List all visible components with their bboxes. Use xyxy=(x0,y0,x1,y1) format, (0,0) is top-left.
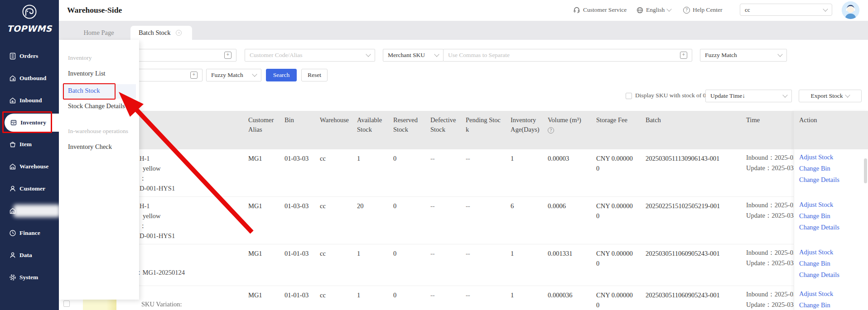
commas-input[interactable]: + xyxy=(443,49,692,62)
change-bin-link[interactable]: Change Bin xyxy=(799,165,830,172)
cell-defective: -- xyxy=(430,153,435,163)
cell-bin: 01-03-03 xyxy=(285,201,309,211)
account-select[interactable]: cc xyxy=(740,4,832,16)
sidebar-item-orders[interactable]: Orders xyxy=(0,49,59,63)
user-avatar[interactable] xyxy=(842,1,859,19)
elephant-logo-icon xyxy=(20,4,39,21)
cell-warehouse: cc xyxy=(320,153,326,163)
adjust-stock-link[interactable]: Adjust Stock xyxy=(799,201,833,209)
tab-batch-stock[interactable]: Batch Stock × xyxy=(130,26,192,40)
fuzzy-match-value-2: Fuzzy Match xyxy=(211,72,243,79)
headset-icon xyxy=(573,6,580,14)
close-icon[interactable]: × xyxy=(176,30,182,36)
cell-volume: 0.0006 xyxy=(548,201,566,211)
col-reserved: Reserved Stock xyxy=(393,115,422,134)
cell-batch: 2025030511060905243-001 xyxy=(646,248,720,258)
outbound-icon xyxy=(9,75,16,82)
info-icon[interactable]: ? xyxy=(548,127,554,134)
sidebar-item-item[interactable]: Item xyxy=(0,138,59,151)
language-switcher[interactable]: English xyxy=(637,6,671,14)
sidebar-item-finance[interactable]: Finance xyxy=(0,226,59,240)
cell-volume: 0.00003 xyxy=(548,153,569,163)
cell-time-update: Update：2025-03- xyxy=(746,163,796,173)
scrollbar-thumb[interactable] xyxy=(864,158,867,183)
chevron-down-icon xyxy=(667,6,672,11)
customer-service-link[interactable]: Customer Service xyxy=(573,6,627,14)
menu-item-inventory-check[interactable]: Inventory Check xyxy=(68,143,112,151)
sidebar-item-warehouse[interactable]: Warehouse xyxy=(0,160,59,173)
cell-pending: -- xyxy=(466,201,470,211)
col-pending: Pending Stock xyxy=(466,115,504,134)
change-details-link[interactable]: Change Details xyxy=(799,271,839,279)
reset-button[interactable]: Reset xyxy=(301,69,328,81)
col-bin: Bin xyxy=(285,115,303,125)
export-stock-button[interactable]: Export Stock xyxy=(799,90,862,102)
chevron-down-icon xyxy=(845,92,850,97)
row-checkbox[interactable] xyxy=(63,300,70,307)
sort-select[interactable]: Update Time↓ xyxy=(705,90,792,102)
add-more-icon[interactable]: + xyxy=(680,52,687,59)
cell-age: 1 xyxy=(511,290,514,300)
batch-filter-input[interactable]: + xyxy=(136,69,203,81)
sidebar: TOPWMS Orders Outbound Inbound Inventory… xyxy=(0,0,59,310)
col-customer-alias: Customer Alias xyxy=(248,115,277,134)
merchant-sku-select[interactable]: Merchant SKU xyxy=(383,49,444,62)
sku-filter-input[interactable]: + xyxy=(136,49,236,62)
menu-item-stock-change-details[interactable]: Stock Change Details xyxy=(68,102,125,110)
sidebar-item-inbound[interactable]: Inbound xyxy=(0,94,59,107)
row3-product-fragment: ：MG1-20250124 xyxy=(136,267,185,277)
cell-defective: -- xyxy=(430,248,435,258)
sidebar-item-system[interactable]: System xyxy=(0,271,59,284)
search-button[interactable]: Search xyxy=(266,69,297,81)
cell-batch: 2025030511060905243-001 xyxy=(646,290,720,300)
add-more-icon[interactable]: + xyxy=(190,72,198,79)
tab-home-page[interactable]: Home Page xyxy=(72,26,126,40)
cell-customer-alias: MG1 xyxy=(248,248,262,258)
sidebar-item-outbound[interactable]: Outbound xyxy=(0,72,59,85)
cell-defective: -- xyxy=(430,290,435,300)
customer-code-select[interactable]: Customer Code/Alias xyxy=(245,49,375,62)
commas-field[interactable] xyxy=(448,52,680,59)
cell-reserved: 0 xyxy=(393,153,396,163)
adjust-stock-link[interactable]: Adjust Stock xyxy=(799,153,833,161)
cell-warehouse: cc xyxy=(320,248,326,258)
change-details-link[interactable]: Change Details xyxy=(799,176,839,184)
cell-storage-fee: CNY 0.000000 xyxy=(596,153,634,173)
batch-filter-field[interactable] xyxy=(141,72,190,79)
cell-storage-fee: CNY 0.000000 xyxy=(596,248,634,268)
change-bin-link[interactable]: Change Bin xyxy=(799,260,830,267)
cell-batch: 2025022515102505219-001 xyxy=(646,201,720,211)
menu-section-in-warehouse: In-warehouse operations xyxy=(68,128,128,135)
cell-time-inbound: Inbound：2025-03 xyxy=(746,289,796,299)
fuzzy-match-select-2[interactable]: Fuzzy Match xyxy=(206,69,261,81)
row2-product-fragment: yellow xyxy=(143,211,160,221)
change-bin-link[interactable]: Change Bin xyxy=(799,301,830,309)
fuzzy-match-select-1[interactable]: Fuzzy Match xyxy=(700,49,787,62)
adjust-stock-link[interactable]: Adjust Stock xyxy=(799,248,833,256)
col-available: Available Stock xyxy=(357,115,386,134)
adjust-stock-link[interactable]: Adjust Stock xyxy=(799,290,833,298)
col-volume: Volume (m³) ? xyxy=(548,115,585,134)
cell-reserved: 0 xyxy=(393,201,396,211)
cell-pending: -- xyxy=(466,153,470,163)
col-defective: Defective Stock xyxy=(430,115,461,134)
help-center-link[interactable]: ? Help Center xyxy=(683,6,723,14)
sku-filter-field[interactable] xyxy=(141,52,224,59)
menu-item-inventory-list[interactable]: Inventory List xyxy=(68,70,106,77)
sidebar-item-customer[interactable]: Customer xyxy=(0,182,59,196)
change-details-link[interactable]: Change Details xyxy=(799,224,839,231)
cell-volume: 0.001331 xyxy=(548,248,572,258)
app-root: Warehouse-Side Customer Service English … xyxy=(0,0,868,310)
cell-bin: 01-03-03 xyxy=(285,153,309,163)
add-more-icon[interactable]: + xyxy=(224,52,231,59)
col-action: Action xyxy=(799,115,817,125)
cell-customer-alias: MG1 xyxy=(248,201,262,211)
warehouse-icon xyxy=(9,163,16,170)
display-zero-checkbox[interactable] xyxy=(626,93,632,99)
row2-product-fragment: H-1 xyxy=(140,201,150,211)
sidebar-item-label: Inbound xyxy=(19,97,42,104)
sidebar-item-data[interactable]: Data xyxy=(0,248,59,262)
sidebar-item-label: System xyxy=(19,274,38,281)
cell-time-inbound: Inbound：2025-03 xyxy=(746,248,796,258)
change-bin-link[interactable]: Change Bin xyxy=(799,212,830,220)
